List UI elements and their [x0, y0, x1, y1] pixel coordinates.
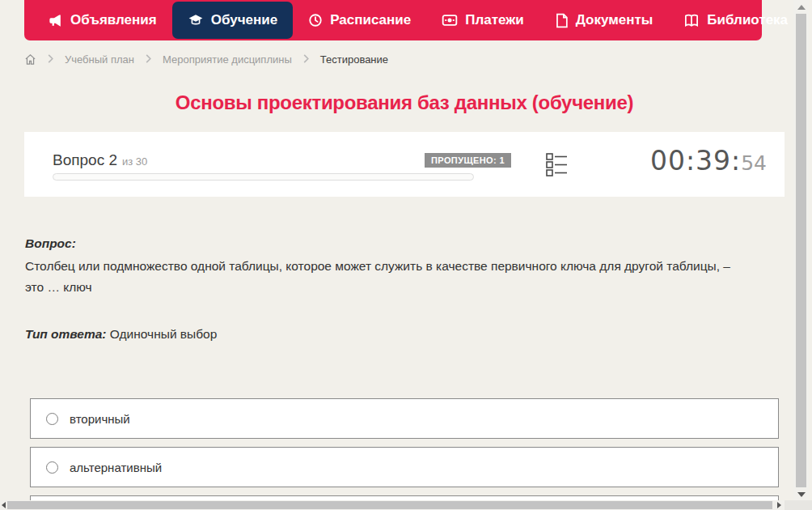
- chevron-right-icon: [145, 53, 152, 66]
- horizontal-scrollbar[interactable]: [0, 500, 812, 510]
- cash-icon: [442, 13, 458, 28]
- question-text: Столбец или подмножество одной таблицы, …: [25, 256, 746, 298]
- nav-item-label: Расписание: [330, 12, 411, 28]
- nav-item-label: Документы: [576, 12, 653, 28]
- scroll-up-arrow-icon[interactable]: [797, 5, 806, 10]
- horizontal-scrollbar-thumb[interactable]: [7, 501, 772, 509]
- answer-options: вторичный альтернативный: [30, 398, 779, 510]
- nav-item-label: Объявления: [70, 12, 157, 28]
- radio-icon[interactable]: [46, 413, 58, 425]
- scrollbar-corner: [785, 500, 812, 510]
- graduation-cap-icon: [188, 12, 204, 28]
- question-number: Вопрос 2из 30: [53, 151, 147, 169]
- answer-type-line: Тип ответа: Одиночный выбор: [25, 327, 217, 342]
- chevron-right-icon: [302, 53, 310, 66]
- breadcrumb-item-testing: Тестирование: [320, 53, 388, 66]
- nav-item-library[interactable]: Библиотека: [668, 2, 812, 39]
- timer: 00:39:54: [650, 145, 767, 176]
- scroll-left-arrow-icon[interactable]: [2, 502, 6, 508]
- question-list-icon[interactable]: [546, 152, 568, 181]
- vertical-scrollbar[interactable]: [793, 0, 809, 500]
- breadcrumb-item-discipline-event[interactable]: Мероприятие дисциплины: [163, 53, 292, 66]
- answer-type-value: Одиночный выбор: [110, 327, 218, 341]
- progress-bar: [53, 173, 474, 181]
- answer-option-1[interactable]: вторичный: [30, 398, 779, 439]
- breadcrumb-item-curriculum[interactable]: Учебный план: [65, 53, 134, 66]
- scroll-right-arrow-icon[interactable]: [777, 502, 781, 508]
- clock-icon: [308, 13, 323, 28]
- breadcrumb: Учебный план Мероприятие дисциплины Тест…: [24, 50, 388, 68]
- book-icon: [683, 13, 700, 28]
- question-counter: из 30: [122, 155, 147, 168]
- question-header-card: Вопрос 2из 30 ПРОПУЩЕНО: 1 00:39:54: [24, 132, 785, 197]
- timer-seconds: 54: [741, 151, 767, 175]
- nav-item-label: Обучение: [211, 12, 277, 28]
- skipped-badge: ПРОПУЩЕНО: 1: [425, 153, 511, 168]
- chevron-right-icon: [47, 53, 54, 66]
- nav-item-announcements[interactable]: Объявления: [32, 2, 172, 39]
- answer-option-label: вторичный: [70, 412, 130, 426]
- main-navigation: Объявления Обучение Расписание Платежи Д…: [24, 0, 762, 40]
- nav-item-learning[interactable]: Обучение: [172, 2, 293, 39]
- megaphone-icon: [48, 13, 63, 28]
- scroll-down-arrow-icon[interactable]: [797, 492, 806, 497]
- nav-item-documents[interactable]: Документы: [539, 2, 669, 39]
- nav-item-label: Платежи: [465, 12, 524, 28]
- answer-option-2[interactable]: альтернативный: [30, 447, 779, 487]
- answer-option-label: альтернативный: [70, 461, 162, 474]
- answer-type-label: Тип ответа:: [25, 327, 107, 341]
- question-label: Вопрос:: [25, 236, 76, 251]
- document-icon: [555, 13, 569, 28]
- nav-item-payments[interactable]: Платежи: [426, 2, 539, 39]
- home-icon[interactable]: [24, 53, 36, 66]
- radio-icon[interactable]: [46, 461, 58, 474]
- vertical-scrollbar-thumb[interactable]: [796, 14, 806, 487]
- question-number-label: Вопрос 2: [53, 151, 117, 168]
- nav-item-label: Библиотека: [707, 12, 788, 28]
- nav-item-schedule[interactable]: Расписание: [293, 2, 426, 39]
- page-title: Основы проектирования баз данных (обучен…: [0, 91, 809, 114]
- timer-minutes: 00:39:: [650, 145, 741, 176]
